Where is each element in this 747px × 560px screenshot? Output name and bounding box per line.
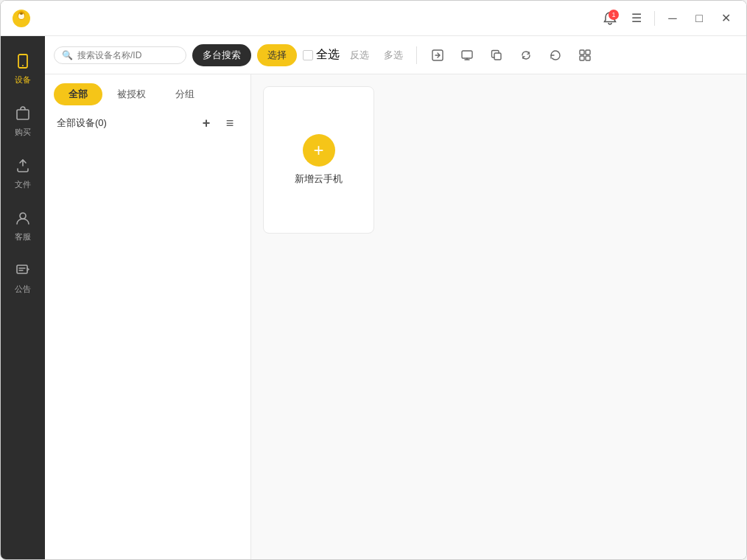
service-label: 客服 [15,231,31,242]
header-actions: + ≡ [197,114,239,132]
main-layout: 设备 购买 文件 [1,36,746,559]
svg-rect-15 [586,56,590,60]
notice-label: 公告 [15,284,31,295]
svg-rect-10 [462,51,472,58]
search-wrap[interactable]: 🔍 [54,46,186,64]
notification-badge: 1 [609,10,619,20]
notification-button[interactable]: 1 [598,7,622,30]
sidebar-item-notice[interactable]: 公告 [3,253,43,302]
all-select-label: 全选 [316,47,340,63]
file-icon [13,155,33,176]
tab-all[interactable]: 全部 [54,83,102,105]
all-select-checkbox[interactable]: 全选 [303,47,340,63]
svg-rect-12 [580,50,584,55]
device-label: 设备 [15,74,31,85]
sort-btn[interactable]: ≡ [221,114,239,132]
tab-authorized[interactable]: 被授权 [102,83,161,105]
title-bar-divider [654,11,655,26]
select-button[interactable]: 选择 [257,44,297,66]
add-circle-icon: + [303,134,335,167]
sidebar-item-buy[interactable]: 购买 [3,96,43,145]
tab-bar: 全部 被授权 分组 [45,74,250,105]
checkbox-box [303,50,313,60]
notice-icon [13,260,33,281]
minimize-button[interactable]: ─ [661,7,684,30]
left-panel: 全部 被授权 分组 全部设备(0) + ≡ [45,74,251,559]
title-bar-left [10,7,33,30]
file-label: 文件 [15,179,31,190]
content-area: 🔍 多台搜索 选择 全选 反选 多选 [45,36,746,559]
title-bar: 1 ☰ ─ □ ✕ [1,1,746,36]
search-input[interactable] [77,50,173,60]
app-logo [10,7,33,30]
export-button[interactable] [426,43,449,67]
grid-view-button[interactable] [573,43,597,67]
maximize-button[interactable]: □ [687,7,711,30]
svg-rect-13 [586,50,590,55]
add-device-label: 新增云手机 [295,172,343,186]
buy-icon [13,103,33,124]
search-icon: 🔍 [62,50,73,60]
svg-rect-6 [17,110,29,119]
all-devices-label: 全部设备(0) [57,116,107,130]
tab-group[interactable]: 分组 [161,83,209,105]
inverse-select-button[interactable]: 反选 [346,46,374,65]
multi-select-button[interactable]: 多选 [379,46,407,65]
copy-button[interactable] [485,43,508,67]
title-bar-right: 1 ☰ ─ □ ✕ [598,7,737,30]
svg-point-7 [20,213,26,219]
device-grid: + 新增云手机 [251,74,746,559]
sync-button[interactable] [514,43,538,67]
below-toolbar: 全部 被授权 分组 全部设备(0) + ≡ [45,74,746,559]
service-icon [13,208,33,228]
sidebar: 设备 购买 文件 [1,36,45,559]
svg-rect-8 [17,265,27,273]
add-device-btn[interactable]: + [197,114,215,132]
svg-rect-11 [494,53,501,60]
toolbar-divider [416,46,417,64]
close-button[interactable]: ✕ [714,7,737,30]
sidebar-item-device[interactable]: 设备 [3,43,43,93]
sidebar-item-service[interactable]: 客服 [3,200,43,250]
device-icon [13,51,33,71]
sidebar-item-file[interactable]: 文件 [3,148,43,197]
svg-point-5 [22,65,24,66]
menu-button[interactable]: ☰ [625,7,648,30]
svg-rect-14 [580,56,584,60]
svg-rect-3 [20,13,23,15]
all-devices-header: 全部设备(0) + ≡ [45,105,250,138]
multi-search-button[interactable]: 多台搜索 [192,44,251,66]
add-device-card[interactable]: + 新增云手机 [263,86,374,234]
refresh-button[interactable] [544,43,567,67]
buy-label: 购买 [15,127,31,138]
toolbar: 🔍 多台搜索 选择 全选 反选 多选 [45,36,746,74]
screen-button[interactable] [455,43,479,67]
